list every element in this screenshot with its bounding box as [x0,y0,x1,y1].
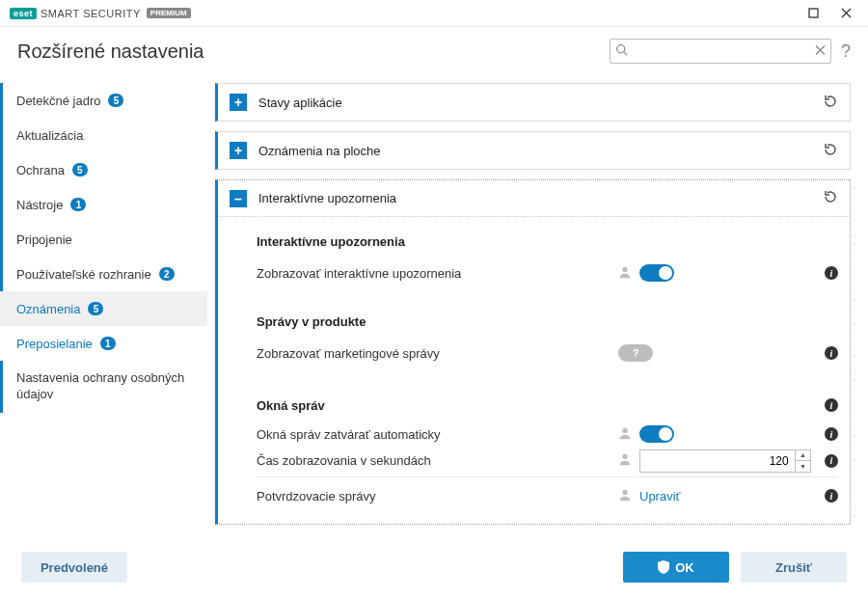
row-show-interactive: Zobrazovať interaktívne upozornenia i [257,258,838,287]
page-title: Rozšírené nastavenia [17,41,203,63]
section-title-msg-windows: Okná správ [257,398,811,413]
expand-icon: + [230,94,247,111]
svg-point-4 [622,454,627,459]
section-title-product-msgs: Správy v produkte [257,314,838,329]
toggle-show-interactive[interactable] [639,264,674,282]
brand-eset-logo: eset [10,8,37,19]
cancel-button[interactable]: Zrušiť [741,552,847,583]
window-maximize-button[interactable] [797,0,829,27]
svg-rect-0 [809,9,818,17]
info-icon[interactable]: i [825,427,838,441]
close-icon [841,8,852,18]
defaults-button[interactable]: Predvolené [21,552,127,583]
header: Rozšírené nastavenia ? [0,27,868,75]
user-icon [618,452,632,469]
sidebar-item-label: Preposielanie [16,337,93,351]
main-content: + Stavy aplikácie + Oznámenia na ploche … [207,75,868,538]
sidebar-item-label: Detekčné jadro [16,94,100,108]
sidebar-badge: 1 [100,337,116,350]
toggle-auto-close[interactable] [639,425,674,443]
sidebar-item-label: Pripojenie [16,232,72,247]
spinner-down-button[interactable]: ▼ [796,461,810,472]
panel-header[interactable]: – Interaktívne upozornenia [218,180,850,217]
footer: Predvolené OK Zrušiť [0,538,868,596]
clear-search-button[interactable] [815,44,826,59]
user-icon [618,426,632,443]
user-icon [618,488,632,504]
row-label: Čas zobrazovania v sekundách [257,453,610,468]
seconds-input[interactable] [640,450,795,472]
brand-product: SMART SECURITY [41,8,141,19]
row-confirm-messages: Potvrdzovacie správy Upraviť i [257,481,838,510]
row-label: Potvrdzovacie správy [257,489,610,503]
reset-icon[interactable] [823,189,838,207]
sidebar-item-label: Oznámenia [16,302,80,316]
svg-point-3 [622,427,627,432]
panel-body: Interaktívne upozornenia Zobrazovať inte… [218,217,850,524]
window-close-button[interactable] [829,0,862,27]
row-display-seconds: Čas zobrazovania v sekundách ▲ ▼ i [257,448,838,477]
edit-link[interactable]: Upraviť [639,489,680,503]
sidebar-item-label: Aktualizácia [16,128,83,143]
panel-interactive-alerts: – Interaktívne upozornenia Interaktívne … [215,179,851,525]
row-show-marketing: Zobrazovať marketingové správy i [257,339,838,367]
sidebar-badge: 5 [72,163,88,177]
sidebar-item-privacy[interactable]: Nastavenia ochrany osobných údajov [0,361,207,413]
sidebar-badge: 2 [159,267,175,281]
sidebar-badge: 5 [88,302,103,315]
sidebar-item-label: Nástroje [16,198,63,212]
sidebar-item-label: Používateľské rozhranie [16,267,151,282]
sidebar-item-ui[interactable]: Používateľské rozhranie 2 [0,257,207,291]
collapse-icon: – [230,190,247,207]
titlebar: eset SMART SECURITY PREMIUM [0,0,868,27]
info-icon[interactable]: i [825,398,838,412]
info-icon[interactable]: i [825,489,838,503]
svg-point-1 [617,45,625,53]
row-label: Zobrazovať interaktívne upozornenia [257,266,610,281]
sidebar-item-tools[interactable]: Nástroje 1 [0,187,207,222]
search-icon [615,43,628,59]
toggle-show-marketing-locked[interactable] [618,344,653,362]
ok-button[interactable]: OK [623,552,729,583]
sidebar-item-protection[interactable]: Ochrana 5 [0,152,207,187]
panel-app-states: + Stavy aplikácie [215,83,851,122]
shield-icon [658,560,669,574]
sidebar-item-connection[interactable]: Pripojenie [0,222,207,257]
panel-title: Oznámenia na ploche [258,144,811,158]
square-icon [808,8,819,18]
expand-icon: + [230,142,247,159]
sidebar-item-label: Nastavenia ochrany osobných údajov [16,370,194,403]
section-title-interactive: Interaktívne upozornenia [257,234,838,249]
sidebar-subitem-notifications[interactable]: Oznámenia 5 [0,291,207,326]
panel-title: Interaktívne upozornenia [258,191,811,205]
panel-title: Stavy aplikácie [258,95,811,110]
reset-icon[interactable] [823,142,838,160]
seconds-spinner: ▲ ▼ [639,449,811,473]
row-auto-close: Okná správ zatvárať automaticky i [257,420,838,448]
help-button[interactable]: ? [841,41,851,62]
reset-icon[interactable] [823,94,838,112]
sidebar-item-update[interactable]: Aktualizácia [0,118,207,152]
svg-point-5 [622,489,627,494]
sidebar-item-detection-core[interactable]: Detekčné jadro 5 [0,83,207,118]
spinner-up-button[interactable]: ▲ [796,450,810,462]
sidebar-badge: 1 [70,198,86,211]
panel-header[interactable]: + Oznámenia na ploche [218,132,850,169]
brand: eset SMART SECURITY PREMIUM [10,8,191,19]
search-input[interactable] [610,39,831,64]
info-icon[interactable]: i [825,346,838,360]
svg-point-2 [622,266,627,271]
sidebar: Detekčné jadro 5 Aktualizácia Ochrana 5 … [0,75,207,538]
info-icon[interactable]: i [825,454,838,468]
info-icon[interactable]: i [825,266,838,280]
sidebar-subitem-forwarding[interactable]: Preposielanie 1 [0,326,207,361]
user-icon [618,265,632,282]
sidebar-item-label: Ochrana [16,163,65,177]
panel-desktop-notifications: + Oznámenia na ploche [215,131,851,170]
ok-label: OK [675,560,694,575]
sidebar-badge: 5 [108,94,123,107]
row-label: Okná správ zatvárať automaticky [257,427,610,442]
row-msg-windows-header: Okná správ i [257,391,838,420]
panel-header[interactable]: + Stavy aplikácie [218,84,850,121]
search-field-wrap [610,39,831,64]
